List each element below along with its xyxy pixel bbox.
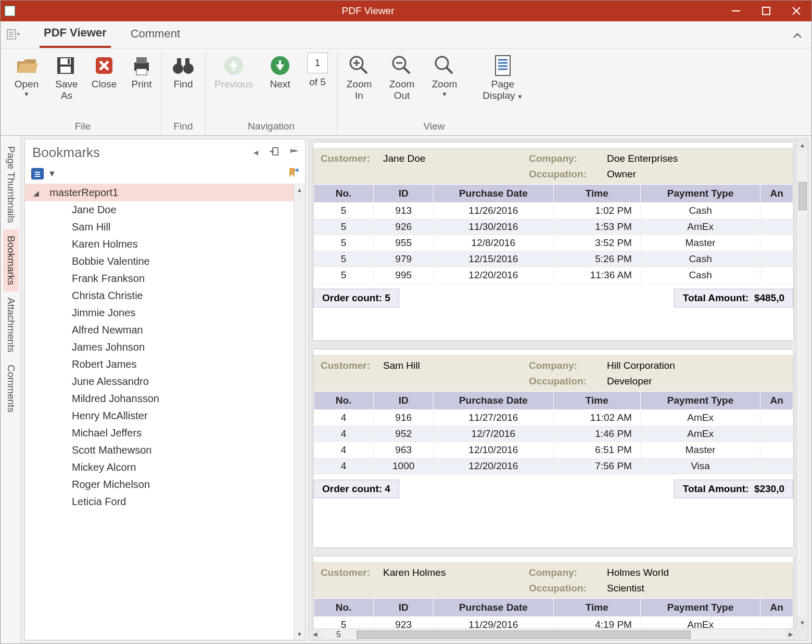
bookmark-item[interactable]: Mickey Alcorn (25, 459, 305, 476)
bookmark-item[interactable]: Mildred Johansson (25, 390, 305, 407)
side-tab-comments[interactable]: Comments (3, 358, 19, 419)
bookmarks-title: Bookmarks (32, 145, 100, 161)
close-file-icon (94, 53, 115, 79)
svg-line-32 (447, 68, 452, 73)
chevron-down-icon: ▼ (23, 91, 30, 98)
bookmark-item[interactable]: Christa Christie (25, 287, 305, 304)
col-time: Time (553, 392, 640, 410)
customer-label: Customer: (321, 153, 383, 164)
next-page-button[interactable]: Next (265, 51, 295, 90)
col-id: ID (374, 392, 434, 410)
bookmarks-expand-button[interactable] (31, 168, 44, 179)
open-button[interactable]: Open ▼ (9, 51, 44, 98)
bookmark-item[interactable]: James Johnson (25, 339, 305, 356)
bookmark-item[interactable]: Jane Doe (25, 201, 305, 218)
company-value: Hill Corporation (607, 360, 763, 371)
tab-pdf-viewer[interactable]: PDF Viewer (40, 22, 111, 48)
company-value: Doe Enterprises (607, 153, 763, 164)
bookmarks-goto-icon[interactable] (269, 147, 279, 159)
table-row: 591311/26/20161:02 PMCash (314, 203, 793, 219)
previous-page-button[interactable]: Previous (210, 51, 258, 90)
total-amount-box: Total Amount: $485,0 (674, 289, 793, 307)
bookmark-item[interactable]: Frank Frankson (25, 270, 305, 287)
bookmark-item[interactable]: Leticia Ford (25, 493, 305, 510)
scroll-left-icon[interactable]: ◀ (309, 629, 321, 640)
collapse-ribbon-button[interactable] (793, 28, 802, 42)
chevron-down-icon[interactable]: ▼ (48, 169, 56, 178)
bookmark-item[interactable]: Robert James (25, 356, 305, 373)
svg-rect-10 (60, 67, 71, 73)
vertical-scrollbar[interactable]: ▲ ▼ (796, 139, 808, 628)
col-amount: An (760, 599, 793, 617)
bookmark-item[interactable]: Sam Hill (25, 218, 305, 236)
svg-line-29 (404, 68, 410, 73)
bookmarks-pin-icon[interactable] (289, 147, 298, 159)
bookmark-item[interactable]: Roger Michelson (25, 476, 305, 493)
print-button[interactable]: Print (126, 51, 157, 90)
scroll-down-icon[interactable]: ▼ (294, 628, 305, 640)
zoom-in-icon (348, 53, 370, 79)
bookmark-item[interactable]: Michael Jeffers (25, 424, 305, 442)
bookmarks-scrollbar[interactable]: ▲ ▼ (294, 184, 305, 640)
bookmark-item[interactable]: Jimmie Jones (25, 304, 305, 321)
minimize-button[interactable] (721, 1, 751, 21)
bookmarks-prev-icon[interactable]: ◂ (253, 147, 258, 159)
scroll-right-icon[interactable]: ▶ (785, 629, 796, 640)
side-tab-page-thumbnails[interactable]: Page Thumbnails (3, 140, 19, 229)
bookmark-item[interactable]: Alfred Newman (25, 321, 305, 339)
orders-table: No.IDPurchase DateTimePayment TypeAn5923… (313, 598, 793, 633)
svg-line-25 (361, 68, 367, 73)
occupation-label: Occupation: (529, 169, 607, 180)
arrow-down-icon (270, 53, 290, 79)
qat-dropdown[interactable] (3, 29, 24, 41)
save-as-button[interactable]: Save As (52, 51, 82, 101)
zoom-out-button[interactable]: Zoom Out (384, 51, 420, 101)
zoom-in-button[interactable]: Zoom In (341, 51, 377, 101)
ribbon-group-file: Open ▼ Save As Close Print (5, 51, 161, 135)
order-count-box: Order count: 4 (313, 480, 399, 498)
page-number-input[interactable]: 1 (307, 53, 328, 73)
bookmark-root[interactable]: ◢ masterReport1 (25, 184, 305, 201)
zoom-out-icon (391, 53, 413, 79)
report-segment: Customer:Sam HillCompany:Hill Corporatio… (313, 350, 793, 547)
bookmark-item[interactable]: Henry McAllister (25, 407, 305, 424)
side-tab-bookmarks[interactable]: Bookmarks (3, 229, 19, 291)
bookmark-item[interactable]: Bobbie Valentine (25, 253, 305, 270)
table-row: 592611/30/20161:53 PMAmEx (314, 219, 793, 235)
table-row: 595512/8/20163:52 PMMaster (314, 235, 793, 251)
orders-table: No.IDPurchase DateTimePayment TypeAn4916… (313, 391, 793, 474)
page-display-button[interactable]: Page Display ▼ (479, 51, 527, 101)
bookmark-item[interactable]: Karen Holmes (25, 236, 305, 253)
close-button[interactable] (781, 1, 811, 21)
titlebar: PDF Viewer (1, 1, 811, 21)
customer-label: Customer: (321, 567, 383, 578)
bookmark-item[interactable]: Scott Mathewson (25, 442, 305, 459)
table-row: 495212/7/20161:46 PMAmEx (314, 426, 793, 442)
tab-comment[interactable]: Comment (126, 23, 184, 47)
horizontal-scrollbar[interactable]: ◀ 5 ▶ (309, 628, 796, 640)
close-file-button[interactable]: Close (89, 51, 119, 90)
document-viewport[interactable]: Customer:Jane DoeCompany:Doe Enterprises… (309, 139, 808, 640)
table-row: 496312/10/20166:51 PMMaster (314, 442, 793, 458)
find-button[interactable]: Find (166, 51, 201, 90)
col-amount: An (760, 185, 793, 203)
svg-point-31 (436, 57, 448, 69)
document-area: Customer:Jane DoeCompany:Doe Enterprises… (309, 139, 808, 640)
side-tabs: Page Thumbnails Bookmarks Attachments Co… (1, 136, 21, 643)
side-tab-attachments[interactable]: Attachments (3, 291, 19, 359)
page-number: 1 of 5 (302, 51, 333, 88)
scroll-up-icon[interactable]: ▲ (797, 139, 808, 151)
maximize-button[interactable] (751, 1, 781, 21)
col-purchase-date: Purchase Date (434, 392, 553, 410)
order-count-box: Order count: 5 (313, 289, 399, 307)
triangle-down-icon: ◢ (33, 189, 44, 197)
scroll-up-icon[interactable]: ▲ (294, 184, 305, 196)
bookmark-flag-icon[interactable] (287, 167, 299, 181)
svg-rect-17 (136, 69, 147, 75)
bookmark-item[interactable]: June Alessandro (25, 373, 305, 390)
zoom-button[interactable]: Zoom ▼ (427, 51, 462, 98)
scroll-down-icon[interactable]: ▼ (797, 617, 808, 628)
ribbon-group-find: Find Find (161, 51, 206, 135)
col-no: No. (314, 599, 374, 617)
scrollbar-corner (796, 628, 808, 640)
